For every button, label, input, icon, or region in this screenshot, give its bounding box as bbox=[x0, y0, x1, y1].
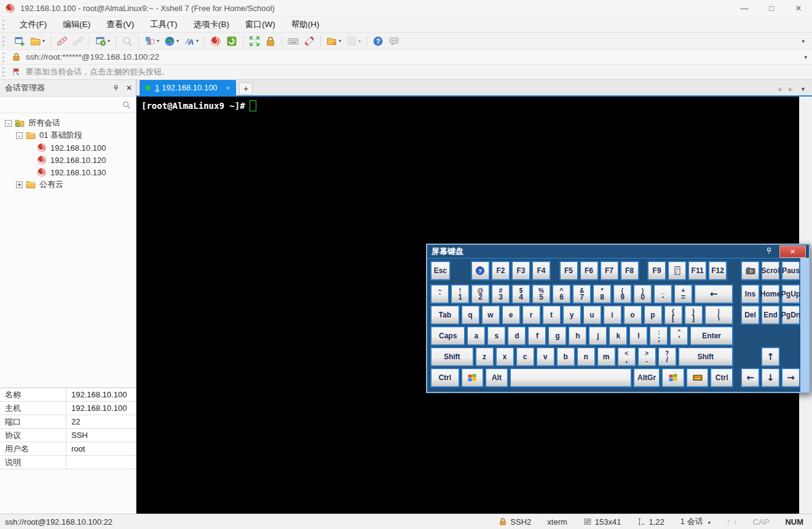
infobar-grip[interactable] bbox=[2, 67, 7, 77]
key-pageup[interactable]: PgUp bbox=[781, 284, 800, 304]
lock-screen-button[interactable] bbox=[263, 34, 278, 49]
key-alt[interactable]: Alt bbox=[485, 368, 508, 388]
key-f5[interactable]: F5 bbox=[559, 261, 578, 280]
tab-list-dropdown-icon[interactable]: ▼ bbox=[800, 86, 806, 92]
key-g[interactable]: g bbox=[548, 326, 567, 346]
toolbar-overflow-icon[interactable]: ▾ bbox=[802, 38, 810, 44]
onscreen-keyboard-button[interactable] bbox=[286, 34, 301, 49]
key-shift-right[interactable]: Shift bbox=[678, 347, 733, 367]
panel-close-icon[interactable]: ✕ bbox=[126, 84, 132, 92]
key-enter[interactable]: Enter bbox=[690, 326, 733, 346]
key-k[interactable]: k bbox=[609, 326, 628, 346]
key-d[interactable]: d bbox=[507, 326, 526, 346]
tree-item-all-sessions[interactable]: -所有会话 bbox=[0, 117, 136, 129]
key-6[interactable]: ^6 bbox=[552, 284, 571, 304]
key-win-right[interactable] bbox=[661, 368, 685, 388]
keyboard-close-button[interactable]: ✕ bbox=[779, 245, 806, 258]
key-minus[interactable]: _- bbox=[653, 284, 672, 304]
open-session-button[interactable]: ▾ bbox=[28, 34, 47, 49]
key-4[interactable]: $4 bbox=[511, 284, 530, 304]
key-u[interactable]: u bbox=[583, 305, 602, 325]
key-backslash[interactable]: |\ bbox=[704, 305, 734, 325]
menu-tabs[interactable]: 选项卡(B) bbox=[186, 17, 238, 32]
key-arrow-up[interactable]: ↑ bbox=[761, 347, 780, 367]
key-f12[interactable]: F12 bbox=[708, 261, 727, 280]
status-terminal-type[interactable]: xterm bbox=[547, 517, 567, 527]
tree-expand-icon[interactable]: + bbox=[16, 181, 23, 188]
key-j[interactable]: j bbox=[588, 326, 607, 346]
key-z[interactable]: z bbox=[475, 347, 494, 367]
key-h[interactable]: h bbox=[568, 326, 587, 346]
compose-layout-button[interactable]: ▾ bbox=[143, 34, 161, 49]
status-screen-size[interactable]: 153x41 bbox=[583, 517, 621, 527]
key-altgr[interactable]: AltGr bbox=[633, 368, 660, 388]
new-tab-button[interactable]: + bbox=[239, 82, 253, 95]
key-semicolon[interactable]: :; bbox=[649, 326, 668, 346]
status-session-count[interactable]: 1 会话 ▴ bbox=[680, 516, 711, 527]
minimize-button[interactable]: — bbox=[731, 0, 758, 16]
dropdown-arrow-icon[interactable]: ▾ bbox=[157, 38, 159, 44]
tab-scroll-left-icon[interactable]: ◀ bbox=[777, 86, 781, 92]
dropdown-arrow-icon[interactable]: ▾ bbox=[339, 38, 341, 44]
menu-window[interactable]: 窗口(W) bbox=[237, 17, 283, 32]
key-arrow-left[interactable]: ← bbox=[741, 368, 760, 388]
key-i[interactable]: i bbox=[603, 305, 622, 325]
key-f10[interactable] bbox=[668, 261, 687, 280]
tab-session-active[interactable]: 1 192.168.10.100 × bbox=[140, 80, 236, 95]
key-f7[interactable]: F7 bbox=[600, 261, 619, 280]
toolbar-grip[interactable] bbox=[2, 36, 7, 46]
key-backquote[interactable]: ~` bbox=[430, 284, 449, 304]
key-tab[interactable]: Tab bbox=[430, 305, 460, 325]
menu-help[interactable]: 帮助(H) bbox=[283, 17, 328, 32]
address-dropdown-icon[interactable]: ▾ bbox=[804, 54, 812, 60]
fullscreen-button[interactable] bbox=[247, 34, 262, 49]
key-r[interactable]: r bbox=[522, 305, 541, 325]
key-2[interactable]: @2 bbox=[471, 284, 490, 304]
key-backspace[interactable]: ← bbox=[694, 284, 733, 304]
status-protocol[interactable]: SSH2 bbox=[499, 517, 531, 527]
new-file-transfer-button[interactable]: ▾ bbox=[325, 34, 343, 49]
key-5[interactable]: %5 bbox=[532, 284, 551, 304]
keyboard-titlebar[interactable]: 屏幕键盘 ✕ bbox=[427, 245, 809, 259]
tree-item-192-168-10-100[interactable]: 192.168.10.100 bbox=[0, 141, 136, 154]
key-pagedown[interactable]: PgDn bbox=[781, 305, 800, 325]
session-filter-input[interactable] bbox=[0, 97, 136, 113]
xshell-button[interactable] bbox=[208, 34, 223, 49]
caps-lock-indicator[interactable]: CAP bbox=[753, 517, 770, 527]
key-shift-left[interactable]: Shift bbox=[430, 347, 474, 367]
key-w[interactable]: w bbox=[481, 305, 500, 325]
dropdown-arrow-icon[interactable]: ▾ bbox=[108, 38, 110, 44]
disconnect-button[interactable] bbox=[55, 34, 69, 49]
key-f2[interactable]: F2 bbox=[491, 261, 510, 280]
dropdown-arrow-icon[interactable]: ▾ bbox=[42, 38, 45, 44]
key-b[interactable]: b bbox=[556, 347, 575, 367]
status-cursor-position[interactable]: 1,22 bbox=[637, 517, 664, 527]
key-0[interactable]: )0 bbox=[633, 284, 652, 304]
scroll-up-icon[interactable]: ↑ bbox=[727, 517, 730, 526]
menu-view[interactable]: 查看(V) bbox=[98, 17, 142, 32]
maximize-button[interactable]: □ bbox=[758, 0, 785, 16]
key-f11[interactable]: F11 bbox=[688, 261, 707, 280]
key-insert[interactable]: Ins bbox=[741, 284, 760, 304]
menu-edit[interactable]: 编辑(E) bbox=[55, 17, 98, 32]
session-list-dropdown-icon[interactable]: ▴ bbox=[708, 519, 711, 525]
key-o[interactable]: o bbox=[623, 305, 642, 325]
key-home[interactable]: Home bbox=[761, 284, 780, 304]
dropdown-arrow-icon[interactable]: ▾ bbox=[176, 38, 179, 44]
addressbar-grip[interactable] bbox=[2, 52, 7, 62]
tab-close-icon[interactable]: × bbox=[226, 84, 230, 92]
tree-item-192-168-10-120[interactable]: 192.168.10.120 bbox=[0, 154, 136, 166]
key-apostrophe[interactable]: "' bbox=[669, 326, 688, 346]
tree-item-stage-folder[interactable]: -01 基础阶段 bbox=[0, 129, 136, 141]
menu-file[interactable]: 文件(F) bbox=[12, 17, 55, 32]
key-delete[interactable]: Del bbox=[741, 305, 760, 325]
key-s[interactable]: s bbox=[487, 326, 506, 346]
feedback-button[interactable] bbox=[387, 34, 401, 49]
key-comma[interactable]: <, bbox=[617, 347, 636, 367]
key-arrow-down[interactable]: ↓ bbox=[761, 368, 780, 388]
key-menu[interactable] bbox=[686, 368, 709, 388]
key-ctrl-left[interactable]: Ctrl bbox=[430, 368, 460, 388]
key-f9[interactable]: F9 bbox=[647, 261, 666, 280]
key-q[interactable]: q bbox=[461, 305, 480, 325]
key-1[interactable]: !1 bbox=[451, 284, 470, 304]
